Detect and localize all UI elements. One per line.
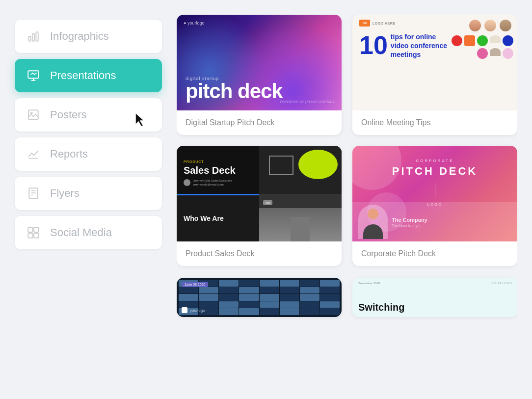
- sidebar-item-social-media-label: Social Media: [50, 226, 112, 239]
- trend-icon: [26, 146, 41, 162]
- svg-rect-14: [34, 227, 39, 232]
- svg-rect-2: [36, 32, 38, 41]
- sidebar-item-reports[interactable]: Reports: [15, 137, 162, 171]
- svg-rect-16: [34, 233, 39, 238]
- sidebar-item-reports-label: Reports: [50, 148, 88, 160]
- startup-text: digital startup pitch deck: [186, 76, 283, 102]
- svg-rect-0: [28, 36, 30, 41]
- sidebar-item-presentations-label: Presentations: [50, 69, 116, 82]
- switching-logo: YOURLOGO: [491, 282, 512, 285]
- sidebar-item-flyers-label: Flyers: [50, 187, 80, 200]
- card-building[interactable]: June 08 2020 yourlogo: [177, 278, 342, 317]
- card-digital-startup[interactable]: ● yourlogo digital startup pitch deck PR…: [177, 15, 342, 135]
- sales-bottom-left: Who We Are: [177, 194, 259, 242]
- thumb-online-meeting: DD LOGO HERE: [352, 15, 517, 110]
- meeting-logo: DD LOGO HERE: [359, 20, 396, 27]
- social-icon: [26, 225, 41, 240]
- sidebar-item-presentations[interactable]: Presentations: [15, 59, 162, 92]
- main-content: ● yourlogo digital startup pitch deck PR…: [177, 15, 517, 384]
- meeting-content: 10 tips for online video conference meet…: [359, 32, 450, 59]
- sidebar-item-posters-label: Posters: [50, 108, 87, 121]
- sidebar-item-social-media[interactable]: Social Media: [15, 216, 162, 249]
- svg-rect-9: [29, 188, 37, 199]
- sales-top-right: [259, 146, 342, 194]
- card-product-sales[interactable]: PRODUCT Sales Deck Jeremy Gold, Sales Ex…: [177, 146, 342, 266]
- thumb-digital-startup: ● yourlogo digital startup pitch deck PR…: [177, 15, 342, 110]
- svg-rect-6: [28, 110, 38, 120]
- partial-grid: June 08 2020 yourlogo September 2020 YOU…: [177, 278, 517, 317]
- image-icon: [26, 107, 41, 123]
- svg-point-7: [31, 112, 32, 114]
- svg-rect-13: [28, 227, 33, 232]
- thumb-corporate-pitch: CORPORATE PITCH DECK LOGO The Compan: [352, 146, 517, 241]
- svg-rect-1: [32, 34, 34, 41]
- card-online-meeting[interactable]: DD LOGO HERE: [352, 15, 517, 135]
- sales-bottom-right: logo: [259, 194, 342, 242]
- template-grid: ● yourlogo digital startup pitch deck PR…: [177, 15, 517, 266]
- meeting-shapes: [440, 35, 513, 59]
- corporate-bottom: The Company The future is bright: [352, 202, 517, 241]
- thumb-switching: September 2020 YOURLOGO Switching: [352, 278, 517, 317]
- svg-rect-15: [28, 233, 33, 238]
- switching-date: September 2020: [358, 282, 511, 285]
- corporate-content: CORPORATE PITCH DECK LOGO: [352, 159, 517, 207]
- thumb-product-sales: PRODUCT Sales Deck Jeremy Gold, Sales Ex…: [177, 146, 342, 241]
- meeting-faces: [468, 19, 512, 32]
- card-corporate-pitch-label: Corporate Pitch Deck: [352, 241, 517, 266]
- sidebar: Infographics Presentations: [15, 15, 162, 384]
- building-logo: yourlogo: [182, 307, 205, 313]
- sales-top-left: PRODUCT Sales Deck Jeremy Gold, Sales Ex…: [177, 146, 259, 194]
- building-date-badge: June 08 2020: [182, 282, 208, 287]
- card-online-meeting-label: Online Meeting Tips: [352, 110, 517, 135]
- startup-footer: PREPARED BY | YOUR COMPANY: [280, 100, 335, 104]
- sidebar-item-posters[interactable]: Posters: [15, 98, 162, 132]
- card-corporate-pitch[interactable]: CORPORATE PITCH DECK LOGO The Compan: [352, 146, 517, 266]
- card-product-sales-label: Product Sales Deck: [177, 241, 342, 266]
- bar-chart-icon: [26, 28, 41, 44]
- sidebar-item-infographics[interactable]: Infographics: [15, 20, 162, 53]
- flyer-icon: [26, 186, 41, 201]
- presentation-icon: [26, 68, 41, 83]
- sidebar-item-flyers[interactable]: Flyers: [15, 177, 162, 210]
- switching-title: Switching: [358, 302, 404, 313]
- startup-logo: ● yourlogo: [184, 21, 204, 26]
- svg-rect-3: [28, 71, 39, 78]
- card-digital-startup-label: Digital Startup Pitch Deck: [177, 110, 342, 135]
- sidebar-item-infographics-label: Infographics: [50, 30, 109, 43]
- thumb-building: June 08 2020 yourlogo: [177, 278, 342, 317]
- card-switching[interactable]: September 2020 YOURLOGO Switching: [352, 278, 517, 317]
